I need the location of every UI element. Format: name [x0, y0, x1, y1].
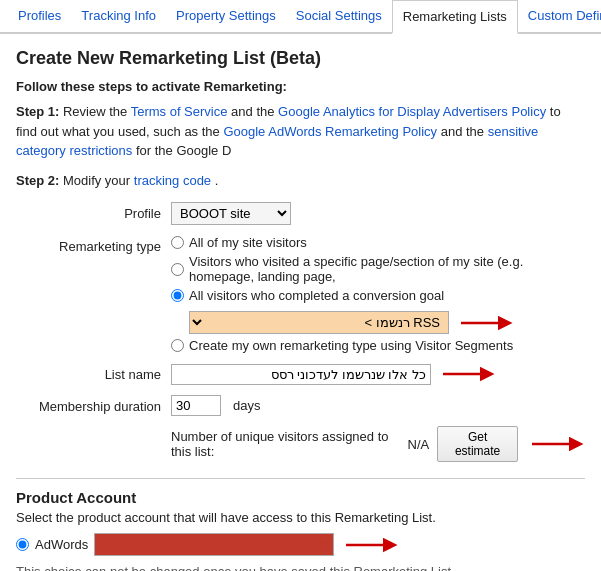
- remarketing-type-row: Remarketing type All of my site visitors…: [16, 235, 585, 353]
- adwords-policy-link[interactable]: Google AdWords Remarketing Policy: [223, 124, 437, 139]
- step2-text: Modify your: [63, 173, 134, 188]
- radio-visitor-segments: Create my own remarketing type using Vis…: [171, 338, 585, 353]
- goal-arrow: [459, 312, 514, 334]
- days-label: days: [233, 398, 260, 413]
- step2: Step 2: Modify your tracking code .: [16, 171, 585, 191]
- tracking-code-link[interactable]: tracking code: [134, 173, 211, 188]
- list-name-arrow: [441, 363, 496, 385]
- goal-select[interactable]: RSS רנשמו >: [189, 311, 449, 334]
- profile-row: Profile BOOOT site: [16, 202, 585, 225]
- step1-end: for the Google D: [136, 143, 231, 158]
- get-estimate-button[interactable]: Get estimate: [437, 426, 518, 462]
- unique-visitors-row: Number of unique visitors assigned to th…: [16, 426, 585, 462]
- list-name-row: List name: [16, 363, 585, 385]
- radio-specific-page: Visitors who visited a specific page/sec…: [171, 254, 585, 284]
- radio-all-visitors-input[interactable]: [171, 236, 184, 249]
- list-name-control: [171, 363, 585, 385]
- step1-and: and the: [231, 104, 278, 119]
- radio-conversion-goal-input[interactable]: [171, 289, 184, 302]
- membership-duration-row: Membership duration days: [16, 395, 585, 416]
- membership-duration-control: days: [171, 395, 585, 416]
- remarketing-type-label: Remarketing type: [16, 235, 171, 254]
- red-arrow-goal-icon: [459, 312, 514, 334]
- profile-label: Profile: [16, 202, 171, 221]
- adwords-arrow: [344, 534, 399, 556]
- adwords-radio[interactable]: [16, 538, 29, 551]
- list-name-input[interactable]: [171, 364, 431, 385]
- step1-label: Step 1:: [16, 104, 59, 119]
- step1-text: Review the: [63, 104, 131, 119]
- tab-custom-definitions[interactable]: Custom Definitions: [518, 0, 601, 32]
- step1: Step 1: Review the Terms of Service and …: [16, 102, 585, 161]
- radio-group: All of my site visitors Visitors who vis…: [171, 235, 585, 353]
- radio-visitor-segments-label: Create my own remarketing type using Vis…: [189, 338, 513, 353]
- list-name-label: List name: [16, 363, 171, 382]
- form-section: Profile BOOOT site Remarketing type All …: [16, 202, 585, 462]
- product-account-section: Product Account Select the product accou…: [16, 478, 585, 571]
- unique-visitors-label: [16, 426, 171, 430]
- adwords-row: AdWords: [16, 533, 585, 556]
- tab-remarketing-lists[interactable]: Remarketing Lists: [392, 0, 518, 34]
- radio-specific-page-label: Visitors who visited a specific page/sec…: [189, 254, 585, 284]
- page-content: Create New Remarketing List (Beta) Follo…: [0, 34, 601, 571]
- page-title: Create New Remarketing List (Beta): [16, 48, 585, 69]
- goal-dropdown-wrapper: RSS רנשמו >: [189, 311, 585, 334]
- red-arrow-adwords-icon: [344, 534, 399, 556]
- membership-duration-label: Membership duration: [16, 395, 171, 414]
- step2-end: .: [215, 173, 219, 188]
- adwords-label: AdWords: [35, 537, 88, 552]
- tab-tracking-info[interactable]: Tracking Info: [71, 0, 166, 32]
- profile-control: BOOOT site: [171, 202, 585, 225]
- step2-label: Step 2:: [16, 173, 59, 188]
- adwords-select[interactable]: [94, 533, 334, 556]
- adwords-select-wrapper: [94, 533, 399, 556]
- radio-all-visitors: All of my site visitors: [171, 235, 585, 250]
- product-account-title: Product Account: [16, 489, 585, 506]
- remarketing-type-control: All of my site visitors Visitors who vis…: [171, 235, 585, 353]
- tab-profiles[interactable]: Profiles: [8, 0, 71, 32]
- profile-select[interactable]: BOOOT site: [171, 202, 291, 225]
- radio-specific-page-input[interactable]: [171, 263, 184, 276]
- membership-duration-input[interactable]: [171, 395, 221, 416]
- unique-visitors-text: Number of unique visitors assigned to th…: [171, 429, 400, 459]
- steps-intro: Follow these steps to activate Remarketi…: [16, 79, 585, 94]
- radio-conversion-goal-label: All visitors who completed a conversion …: [189, 288, 444, 303]
- red-arrow-listname-icon: [441, 363, 496, 385]
- radio-visitor-segments-input[interactable]: [171, 339, 184, 352]
- radio-conversion-goal: All visitors who completed a conversion …: [171, 288, 585, 303]
- step1-and2: and the: [441, 124, 488, 139]
- tab-property-settings[interactable]: Property Settings: [166, 0, 286, 32]
- top-navigation: Profiles Tracking Info Property Settings…: [0, 0, 601, 34]
- product-account-description: Select the product account that will hav…: [16, 510, 585, 525]
- adwords-note: This choice can not be changed once you …: [16, 564, 585, 571]
- radio-all-visitors-label: All of my site visitors: [189, 235, 307, 250]
- unique-visitors-value: N/A: [408, 437, 430, 452]
- tos-link[interactable]: Terms of Service: [131, 104, 228, 119]
- get-estimate-arrow: [530, 433, 585, 455]
- unique-visitors-control: Number of unique visitors assigned to th…: [171, 426, 585, 462]
- tab-social-settings[interactable]: Social Settings: [286, 0, 392, 32]
- red-arrow-estimate-icon: [530, 433, 585, 455]
- unique-visitors-inner: Number of unique visitors assigned to th…: [171, 426, 585, 462]
- ga-policy-link[interactable]: Google Analytics for Display Advertisers…: [278, 104, 546, 119]
